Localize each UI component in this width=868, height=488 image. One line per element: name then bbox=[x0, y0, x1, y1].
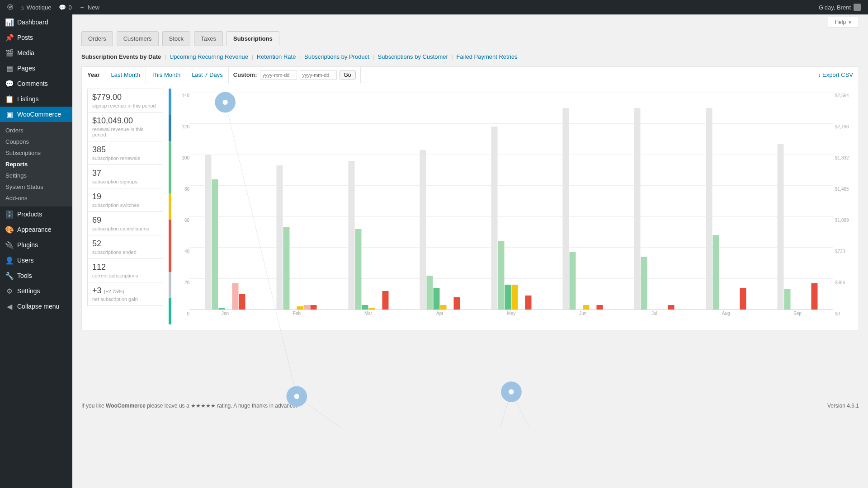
bar-ended_red[interactable] bbox=[453, 297, 460, 310]
sidebar-item-tools[interactable]: 🔧Tools bbox=[0, 268, 72, 283]
new-content[interactable]: ＋New bbox=[75, 0, 103, 14]
go-button[interactable]: Go bbox=[340, 70, 356, 80]
woocommerce-sub-coupons[interactable]: Coupons bbox=[0, 136, 72, 147]
bar-renewals_grey_tall[interactable] bbox=[706, 108, 712, 310]
point-line_lightblue_count[interactable] bbox=[507, 388, 515, 396]
woocommerce-sub-add-ons[interactable]: Add-ons bbox=[0, 192, 72, 204]
sidebar-item-products[interactable]: 🗄️Products bbox=[0, 206, 72, 222]
sidebar-item-dashboard[interactable]: 📊Dashboard bbox=[0, 14, 72, 30]
sidebar-item-comments[interactable]: 💬Comments bbox=[0, 76, 72, 91]
download-icon: ↓ bbox=[818, 71, 821, 78]
bar-switches_yellow[interactable] bbox=[440, 305, 446, 310]
bar-renewals_grey_tall[interactable] bbox=[777, 144, 783, 310]
bar-renewals_grey_tall[interactable] bbox=[277, 165, 283, 310]
bar-signups_green[interactable] bbox=[570, 252, 576, 310]
bar-renewals_grey_tall[interactable] bbox=[420, 150, 426, 310]
report-tab-customers[interactable]: Customers bbox=[117, 31, 159, 46]
stat-block[interactable]: 112current subscriptions bbox=[87, 258, 163, 282]
bar-cancel_light_red[interactable] bbox=[232, 283, 239, 310]
comments-bubble[interactable]: 💬0 bbox=[55, 0, 75, 14]
sidebar-item-woocommerce[interactable]: ▣ WooCommerce bbox=[0, 107, 72, 122]
report-tab-subscriptions[interactable]: Subscriptions bbox=[226, 31, 279, 46]
woocommerce-sub-subscriptions[interactable]: Subscriptions bbox=[0, 147, 72, 159]
range-tab-this-month[interactable]: This Month bbox=[146, 67, 186, 83]
sidebar-item-pages[interactable]: ▤Pages bbox=[0, 61, 72, 76]
bar-ended_red[interactable] bbox=[740, 288, 746, 310]
bar-renewals_grey_tall[interactable] bbox=[348, 161, 354, 310]
sidebar-item-settings[interactable]: ⚙Settings bbox=[0, 283, 72, 299]
y-left-tick: 20 bbox=[177, 280, 189, 285]
bar-ended_red[interactable] bbox=[382, 291, 388, 310]
woocommerce-sub-reports[interactable]: Reports bbox=[0, 159, 72, 170]
export-csv-link[interactable]: ↓ Export CSV bbox=[812, 67, 859, 83]
help-tab[interactable]: Help▼ bbox=[828, 17, 859, 28]
bar-renewals_grey_tall[interactable] bbox=[634, 108, 641, 310]
sidebar-item-plugins[interactable]: 🔌Plugins bbox=[0, 237, 72, 253]
bar-ended_red[interactable] bbox=[597, 305, 603, 310]
site-link[interactable]: ⌂Wootique bbox=[17, 0, 55, 14]
subnav-link[interactable]: Upcoming Recurring Revenue bbox=[170, 53, 248, 60]
sidebar-item-posts[interactable]: 📌Posts bbox=[0, 30, 72, 45]
bar-signups_green_dark[interactable] bbox=[433, 288, 439, 310]
bar-signups_green[interactable] bbox=[426, 276, 433, 310]
bar-cancel_light_red[interactable] bbox=[304, 305, 310, 310]
bar-switches_yellow[interactable] bbox=[583, 305, 590, 310]
sidebar-item-appearance[interactable]: 🎨Appearance bbox=[0, 222, 72, 237]
bar-signups_green[interactable] bbox=[212, 179, 218, 310]
bar-ended_red[interactable] bbox=[525, 296, 532, 310]
bar-renewals_grey_tall[interactable] bbox=[491, 127, 498, 310]
report-tab-stock[interactable]: Stock bbox=[162, 31, 191, 46]
stat-block[interactable]: 69subscription cancellations bbox=[87, 211, 163, 235]
custom-to-input[interactable] bbox=[300, 70, 337, 80]
range-tab-last-7-days[interactable]: Last 7 Days bbox=[186, 67, 229, 83]
stat-block[interactable]: 52subscriptions ended bbox=[87, 235, 163, 258]
point-line_lightblue_count[interactable] bbox=[293, 393, 301, 400]
bar-signups_green[interactable] bbox=[283, 227, 290, 310]
wp-logo[interactable]: ⓦ bbox=[4, 0, 17, 14]
range-tab-year[interactable]: Year bbox=[82, 67, 105, 83]
stat-block[interactable]: 385subscription renewals bbox=[87, 141, 163, 164]
stat-block[interactable]: $10,049.00renewal revenue in this period bbox=[87, 112, 163, 141]
sidebar-item-collapse-menu[interactable]: ◀Collapse menu bbox=[0, 299, 72, 314]
bar-switches_yellow[interactable] bbox=[368, 308, 375, 310]
bar-signups_green[interactable] bbox=[712, 235, 719, 310]
bar-signups_green_dark[interactable] bbox=[219, 308, 225, 310]
bar-ended_red[interactable] bbox=[811, 283, 817, 310]
stat-block[interactable]: 19subscription switches bbox=[87, 188, 163, 211]
stat-label: subscription cancellations bbox=[92, 226, 158, 231]
bar-signups_green_dark[interactable] bbox=[505, 285, 511, 310]
report-tab-orders[interactable]: Orders bbox=[81, 31, 113, 46]
bar-renewals_grey_tall[interactable] bbox=[205, 155, 212, 310]
stat-block[interactable]: +3 (+2.75%)net subscription gain bbox=[87, 282, 163, 306]
subnav-link[interactable]: Failed Payment Retries bbox=[457, 53, 518, 60]
site-name: Wootique bbox=[27, 4, 52, 11]
report-tab-taxes[interactable]: Taxes bbox=[194, 31, 223, 46]
bar-switches_yellow[interactable] bbox=[512, 285, 518, 310]
bar-signups_green_dark[interactable] bbox=[362, 305, 368, 310]
sidebar-item-users[interactable]: 👤Users bbox=[0, 253, 72, 268]
point-line_lightblue_count[interactable] bbox=[222, 99, 229, 106]
subnav-link[interactable]: Subscriptions by Product bbox=[304, 53, 369, 60]
woocommerce-sub-settings[interactable]: Settings bbox=[0, 170, 72, 181]
account-menu[interactable]: G'day, Brent bbox=[815, 0, 864, 14]
sidebar-item-listings[interactable]: 📋Listings bbox=[0, 91, 72, 107]
bar-ended_red[interactable] bbox=[239, 294, 245, 310]
home-icon: ⌂ bbox=[20, 4, 24, 11]
subnav-link[interactable]: Subscriptions by Customer bbox=[378, 53, 448, 60]
bar-signups_green[interactable] bbox=[498, 241, 505, 310]
woocommerce-sub-system-status[interactable]: System Status bbox=[0, 181, 72, 192]
stat-block[interactable]: 37subscription signups bbox=[87, 164, 163, 188]
woocommerce-sub-orders[interactable]: Orders bbox=[0, 125, 72, 136]
bar-ended_red[interactable] bbox=[668, 305, 675, 310]
bar-switches_yellow[interactable] bbox=[297, 306, 303, 310]
bar-ended_red[interactable] bbox=[311, 305, 317, 310]
bar-renewals_grey_tall[interactable] bbox=[563, 108, 569, 310]
sidebar-item-media[interactable]: 🎬Media bbox=[0, 45, 72, 61]
bar-signups_green[interactable] bbox=[355, 229, 361, 310]
bar-signups_green[interactable] bbox=[784, 289, 790, 310]
bar-signups_green[interactable] bbox=[641, 257, 647, 310]
stat-block[interactable]: $779.00signup revenue in this period bbox=[87, 89, 163, 112]
custom-from-input[interactable] bbox=[260, 70, 297, 80]
range-tab-last-month[interactable]: Last Month bbox=[105, 67, 146, 83]
subnav-link[interactable]: Retention Rate bbox=[257, 53, 296, 60]
